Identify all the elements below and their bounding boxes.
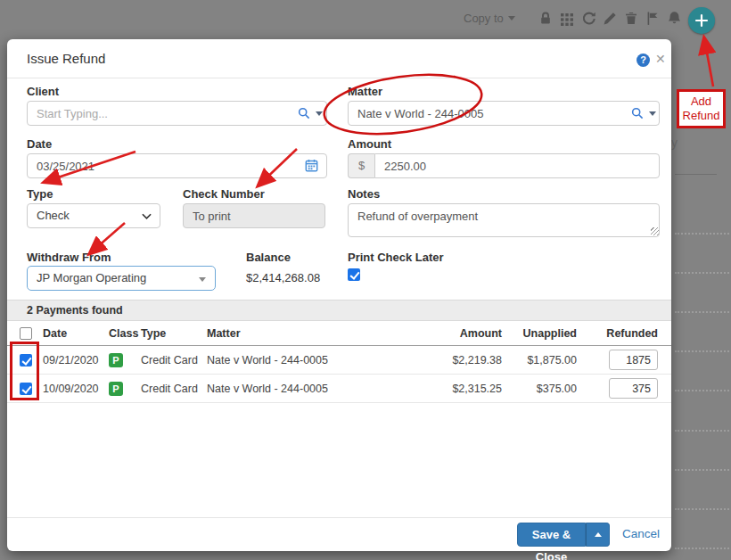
calendar-icon[interactable] [305,159,318,172]
caret-up-icon [595,532,602,537]
notes-textarea[interactable]: Refund of overpayment [348,203,660,237]
background-row-divider [675,272,729,274]
check-number-label: Check Number [183,187,265,201]
payment-matter: Nate v World - 244-0005 [207,383,328,395]
footer-divider [7,517,671,518]
background-row-divider [675,508,729,510]
payment-unapplied: $1,875.00 [527,354,577,366]
payments-table-header: Date Class Type Matter Amount Unapplied … [7,321,671,346]
payment-amount: $2,315.25 [452,383,502,395]
copy-to-label: Copy to [464,12,504,25]
help-icon[interactable]: ? [637,54,650,67]
chevron-down-icon [199,277,206,282]
payment-matter: Nate v World - 244-0005 [207,354,328,366]
matter-label: Matter [348,85,382,98]
payment-class-badge-icon: P [109,382,123,396]
payment-class-badge-icon: P [109,353,123,367]
copy-to-dropdown[interactable]: Copy to [464,12,515,25]
background-row-divider [675,469,729,471]
dialog-title: Issue Refund [27,51,105,66]
add-refund-plus-button[interactable] [688,7,715,34]
chevron-down-icon [142,213,152,220]
client-input[interactable] [27,101,327,126]
print-check-later-label: Print Check Later [348,251,444,264]
chevron-down-icon[interactable] [649,111,656,116]
payment-date: 09/21/2020 [43,354,99,366]
col-header-unapplied: Unapplied [523,327,577,340]
payment-row: 09/21/2020 P Credit Card Nate v World - … [7,346,671,375]
col-header-matter: Matter [207,327,241,340]
dialog-header: Issue Refund ? ✕ [7,39,671,78]
chevron-down-icon[interactable] [316,111,323,116]
type-label: Type [27,187,53,201]
balance-label: Balance [246,251,291,264]
issue-refund-dialog: Issue Refund ? ✕ Client Matter Date Amou… [7,39,671,551]
annotation-add-refund-callout: Add Refund [677,89,726,128]
payment-unapplied: $375.00 [537,383,577,395]
resize-handle[interactable] [651,227,659,235]
type-select-value: Check [37,209,70,222]
plus-icon [694,13,709,28]
type-select[interactable]: Check [27,203,160,228]
date-input[interactable] [27,153,327,178]
payment-row: 10/09/2020 P Credit Card Nate v World - … [7,375,671,403]
payments-summary-text: 2 Payments found [27,304,123,317]
bell-icon[interactable] [667,10,682,27]
trash-icon[interactable] [624,10,639,27]
background-row-divider [675,390,729,391]
search-icon[interactable] [298,107,310,119]
background-clipped-text: y [671,136,678,150]
currency-prefix: $ [348,153,374,178]
background-row-divider [675,233,729,235]
background-row-divider [675,548,729,549]
date-label: Date [27,137,52,151]
payment-amount: $2,219.38 [452,354,502,366]
background-divider [675,174,717,175]
grid-icon[interactable] [560,10,575,27]
withdraw-from-value: JP Morgan Operating [37,271,146,284]
col-header-refunded: Refunded [606,327,658,340]
save-close-button[interactable]: Save & Close [517,523,586,547]
check-number-input [183,203,325,228]
col-header-amount: Amount [460,327,502,340]
refresh-icon[interactable] [581,10,596,27]
col-header-class: Class [109,327,138,340]
chevron-down-icon [508,16,515,21]
amount-input[interactable] [374,153,660,178]
lock-icon[interactable] [538,10,554,27]
annotation-arrow-add-refund [704,38,713,86]
balance-value: $2,414,268.08 [246,271,320,284]
col-header-type: Type [141,327,166,340]
matter-input[interactable] [348,101,660,126]
select-all-checkbox[interactable] [20,327,32,340]
background-row-divider [675,430,729,432]
background-row-divider [675,350,729,352]
payments-summary-bar: 2 Payments found [7,300,671,321]
refunded-amount-input[interactable] [609,350,658,370]
screen: Copy to [0,0,731,560]
payment-date: 10/09/2020 [43,383,99,395]
payment-type: Credit Card [141,354,198,366]
withdraw-from-select[interactable]: JP Morgan Operating [27,266,216,291]
col-header-date: Date [43,327,67,340]
notes-label: Notes [348,187,380,201]
annotation-text: Refund [683,109,720,123]
pencil-icon[interactable] [603,10,618,27]
withdraw-from-label: Withdraw From [27,251,111,264]
background-row-divider [675,311,729,313]
close-icon[interactable]: ✕ [655,52,666,66]
save-options-button[interactable] [586,523,610,547]
annotation-text: Add [691,95,711,109]
cancel-link[interactable]: Cancel [622,527,660,540]
payment-type: Credit Card [141,383,198,395]
flag-icon[interactable] [645,10,661,27]
annotation-checkboxes-box [10,342,39,400]
print-check-later-checkbox[interactable] [348,268,360,281]
background-toolbar: Copy to [464,10,682,27]
search-icon[interactable] [631,107,644,119]
refunded-amount-input[interactable] [609,378,658,399]
amount-label: Amount [348,137,391,151]
client-label: Client [27,85,59,98]
